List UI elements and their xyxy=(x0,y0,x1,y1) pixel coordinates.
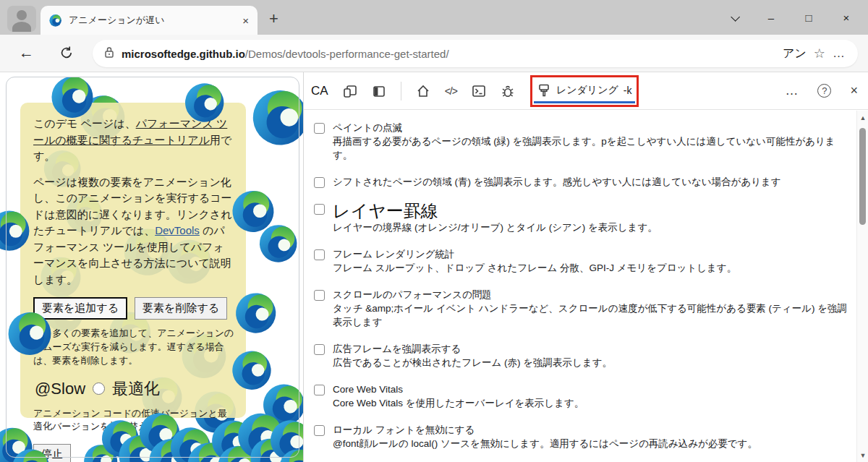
scrollbar-thumb[interactable] xyxy=(859,128,866,225)
checkbox[interactable] xyxy=(314,385,325,395)
chevron-down-icon[interactable] xyxy=(728,12,739,24)
close-tab-icon[interactable]: × xyxy=(242,14,249,27)
option-title: 広告フレームを強調表示する xyxy=(333,342,612,356)
slow-radio-label[interactable]: @Slow xyxy=(35,380,85,398)
option-desc: シフトされたページの領域 (青) を強調表示します。感光しやすい人には適していな… xyxy=(333,175,781,189)
option-title: Core Web Vitals xyxy=(333,382,584,396)
option-desc: Core Web Vitals を使用したオーバーレイを表示します。 xyxy=(333,396,584,410)
optimized-radio-label[interactable]: 最適化 xyxy=(112,378,160,400)
tab-title: アニメーションが遅い xyxy=(69,14,236,27)
dock-side-icon[interactable] xyxy=(372,84,386,98)
option-scrolling-performance: スクロールのパフォーマンスの問題 タッチ &amp;ホイール イベント ハンドラ… xyxy=(314,288,851,329)
option-title: レイヤー罫線 xyxy=(333,202,658,221)
profile-avatar[interactable] xyxy=(7,6,36,32)
option-desc: 広告であることが検出されたフレーム (赤) を強調表示します。 xyxy=(333,356,612,369)
toolbar-separator xyxy=(401,82,401,100)
devtools-link[interactable]: DevTools xyxy=(155,224,200,236)
option-disable-local-fonts: ローカル フォントを無効にする @font顔ルールの local() ソースを無… xyxy=(314,423,851,450)
refresh-button[interactable] xyxy=(59,46,74,63)
edge-logo-icon xyxy=(182,78,229,126)
url-more-icon[interactable]: … xyxy=(833,46,846,61)
option-title: スクロールのパフォーマンスの問題 xyxy=(333,288,851,301)
maximize-button[interactable]: □ xyxy=(803,12,814,24)
optimized-radio[interactable] xyxy=(93,382,105,395)
edge-logo-icon xyxy=(249,84,303,149)
option-title: ペイントの点滅 xyxy=(333,121,851,134)
console-icon[interactable] xyxy=(472,84,486,98)
checkbox[interactable] xyxy=(314,177,325,188)
rendering-options-list: ペイントの点滅 再描画する必要があるページの領域 (緑) を強調表示します。pを… xyxy=(304,111,856,462)
option-highlight-ad-frames: 広告フレームを強調表示する 広告であることが検出されたフレーム (赤) を強調表… xyxy=(314,342,851,369)
rendering-tab-label: レンダリング xyxy=(556,84,618,97)
scroll-up-icon[interactable]: ▲ xyxy=(857,114,868,121)
checkbox[interactable] xyxy=(314,204,325,215)
devtools-more-icon[interactable]: … xyxy=(785,83,799,98)
edge-logo-icon xyxy=(3,305,58,360)
browser-navbar: ← microsoftedge.github.io/Demos/devtools… xyxy=(0,35,868,72)
option-desc: @font顔ルールの local() ソースを無効にします。適用するにはページの… xyxy=(333,437,757,450)
description-paragraph: ページは複数の要素をアニメーション化し、このアニメーションを実行するコードは意図… xyxy=(33,174,234,288)
checkbox[interactable] xyxy=(314,290,325,301)
option-desc: レイヤーの境界線 (オレンジ/オリーブ) とタイル (シアン) を表示します。 xyxy=(333,221,658,234)
home-icon[interactable] xyxy=(416,84,430,98)
elements-icon[interactable]: </> xyxy=(445,85,457,97)
option-title: フレーム レンダリング統計 xyxy=(333,247,736,261)
option-desc: フレーム スループット、ドロップ されたフレーム 分散、GPI-J メモリをプロ… xyxy=(333,261,736,275)
paint-brush-icon xyxy=(537,83,551,98)
option-desc: 再描画する必要があるページの領域 (緑) を強調表示します。pを起こしやすい人に… xyxy=(333,134,851,162)
window-controls: – □ × xyxy=(728,0,868,35)
minimize-button[interactable]: – xyxy=(765,12,777,24)
url-bar[interactable]: microsoftedge.github.io/Demos/devtools-p… xyxy=(93,40,858,67)
new-tab-button[interactable]: + xyxy=(269,9,278,28)
checkbox[interactable] xyxy=(314,425,325,436)
checkbox[interactable] xyxy=(314,123,325,134)
option-frame-rendering-stats: フレーム レンダリング統計 フレーム スループット、ドロップ されたフレーム 分… xyxy=(314,247,851,275)
profile-badge[interactable]: アン xyxy=(783,46,807,61)
option-title: ローカル フォントを無効にする xyxy=(333,423,757,437)
option-layer-borders: レイヤー罫線 レイヤーの境界線 (オレンジ/オリーブ) とタイル (シアン) を… xyxy=(314,202,851,234)
checkbox[interactable] xyxy=(314,249,325,260)
option-core-web-vitals: Core Web Vitals Core Web Vitals を使用したオーバ… xyxy=(314,382,851,410)
url-text: microsoftedge.github.io/Demos/devtools-p… xyxy=(122,48,775,60)
edge-logo-icon xyxy=(0,208,32,252)
checkbox[interactable] xyxy=(314,344,325,355)
favorite-star-icon[interactable]: ☆ xyxy=(814,46,825,61)
option-desc: タッチ &amp;ホイール イベント ハンドラーなど、スクロールの速度が低下する… xyxy=(333,301,851,329)
back-button[interactable]: ← xyxy=(19,44,34,61)
add-remove-hint: より多くの要素を追加して、アニメーションのスムーズな実行を減らします。遅すぎる場… xyxy=(33,327,234,368)
devtools-panel: CA </> レンダリング -k … ? × xyxy=(303,72,868,462)
devtools-close-icon[interactable]: × xyxy=(850,83,858,98)
tab-rendering[interactable]: レンダリング -k xyxy=(532,77,637,105)
demo-page: このデモ ページは、パフォーマンス ツールの概要に関するチュートリアル用です。 … xyxy=(0,72,303,462)
devtools-toolbar: CA </> レンダリング -k … ? × xyxy=(304,72,868,110)
scrollbar[interactable]: ▲ ▼ xyxy=(856,111,868,462)
lock-icon xyxy=(104,46,114,61)
demo-note-panel: このデモ ページは、パフォーマンス ツールの概要に関するチュートリアル用です。 … xyxy=(20,103,246,418)
edge-logo-icon xyxy=(233,288,281,336)
avatar-icon xyxy=(17,10,27,20)
browser-titlebar: アニメーションが遅い × + – □ × xyxy=(0,0,868,35)
bug-icon[interactable] xyxy=(501,84,515,98)
option-paint-flashing: ペイントの点滅 再描画する必要があるページの領域 (緑) を強調表示します。pを… xyxy=(314,121,851,162)
remove-elements-button[interactable]: 要素を削除する xyxy=(135,297,227,320)
edge-logo-icon xyxy=(49,14,62,27)
device-emulation-icon[interactable] xyxy=(343,84,357,98)
scroll-down-icon[interactable]: ▼ xyxy=(857,452,868,459)
edge-logo-icon xyxy=(47,72,99,122)
close-window-button[interactable]: × xyxy=(841,12,852,24)
help-icon[interactable]: ? xyxy=(817,84,831,98)
edge-logo-icon xyxy=(256,220,303,267)
browser-tab[interactable]: アニメーションが遅い × xyxy=(41,6,258,35)
option-layout-shift: シフトされたページの領域 (青) を強調表示します。感光しやすい人には適していな… xyxy=(314,175,851,189)
toolbar-left-label[interactable]: CA xyxy=(311,84,328,98)
rendering-tab-suffix: -k xyxy=(624,85,632,96)
